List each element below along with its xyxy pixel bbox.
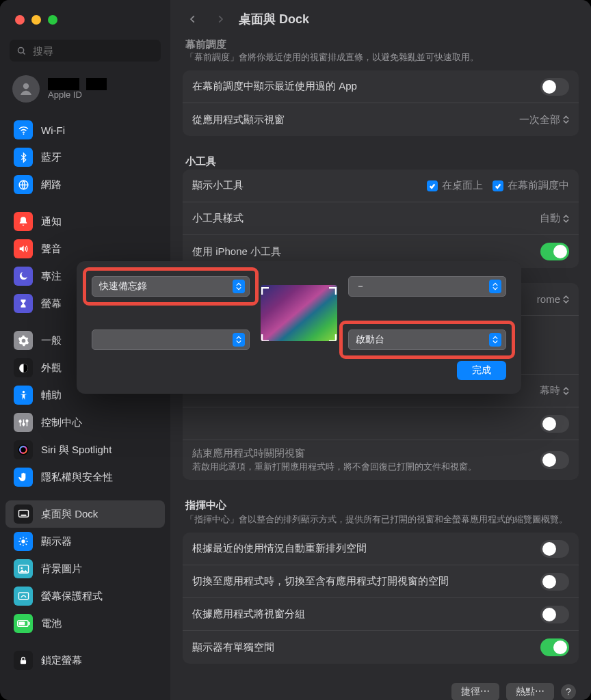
screen-thumbnail: [261, 285, 337, 341]
sidebar-item-wifi[interactable]: Wi-Fi: [5, 116, 165, 144]
svg-point-2: [23, 83, 29, 89]
obscured-select-2[interactable]: 幕時: [540, 384, 569, 397]
svg-line-22: [20, 538, 21, 539]
gear-icon: [14, 331, 33, 350]
back-button[interactable]: [184, 10, 202, 28]
svg-point-12: [26, 420, 28, 422]
sidebar-item-speaker[interactable]: 聲音: [5, 235, 165, 262]
shortcuts-button[interactable]: 捷徑⋯: [451, 683, 499, 700]
stepper-icon: [489, 333, 501, 347]
battery-icon: [14, 614, 33, 633]
hand-icon: [14, 468, 33, 487]
svg-line-1: [23, 52, 25, 54]
mission-sub: 「指揮中心」會以整合的排列顯示方式，提供所有已打開的視窗和全螢幕應用程式的縮覽圖…: [183, 513, 579, 533]
sidebar-item-label: 背景圖片: [41, 563, 82, 576]
svg-rect-32: [21, 660, 26, 664]
search-icon: [16, 46, 27, 56]
highlight-bottom-right: 啟動台: [343, 324, 512, 355]
lock-icon: [14, 651, 33, 670]
access-icon: [14, 386, 33, 405]
hotcorners-sheet: 快速備忘錄: [77, 261, 521, 394]
bell-icon: [14, 212, 33, 231]
corner-select-top-left-label: 快速備忘錄: [99, 280, 147, 293]
corner-select-top-left[interactable]: 快速備忘錄: [92, 276, 250, 297]
widgets-iphone-toggle[interactable]: [540, 243, 569, 260]
sidebar-item-label: 隱私權與安全性: [41, 471, 113, 484]
sidebar-item-lock[interactable]: 鎖定螢幕: [5, 647, 165, 674]
control-icon: [14, 413, 33, 432]
minimize-button[interactable]: [31, 15, 41, 25]
sidebar-item-bluetooth[interactable]: 藍牙: [5, 144, 165, 171]
mission-header: 指揮中心: [183, 495, 579, 513]
stage-show-from-app-select[interactable]: 一次全部: [519, 113, 569, 126]
sidebar-item-label: Siri 與 Spotlight: [41, 444, 111, 457]
stepper-icon: [489, 280, 501, 293]
hourglass-icon: [14, 294, 33, 313]
sidebar-item-label: 外觀: [41, 362, 62, 375]
appearance-icon: [14, 358, 33, 377]
corner-select-top-right[interactable]: －: [348, 276, 506, 297]
corner-select-bottom-left[interactable]: [92, 329, 250, 350]
svg-line-24: [20, 544, 21, 545]
obscured-toggle-1[interactable]: [540, 415, 569, 433]
sidebar-item-hand[interactable]: 隱私權與安全性: [5, 463, 165, 491]
sidebar-item-label: 桌面與 Dock: [41, 508, 98, 521]
widgets-in-stage-checkbox[interactable]: 在幕前調度中: [492, 179, 569, 192]
svg-point-27: [21, 567, 23, 569]
sidebar-item-control[interactable]: 控制中心: [5, 409, 165, 436]
mission-auto-rearrange-toggle[interactable]: [540, 540, 569, 558]
help-button[interactable]: ?: [561, 684, 576, 699]
sidebar-item-siri[interactable]: Siri 與 Spotlight: [5, 436, 165, 463]
search-field[interactable]: [10, 40, 161, 62]
mission-card: 根據最近的使用情況自動重新排列空間 切換至應用程式時，切換至含有應用程式打開視窗…: [183, 533, 579, 664]
sidebar-item-wallpaper[interactable]: 背景圖片: [5, 555, 165, 582]
forward-button[interactable]: [211, 10, 229, 28]
highlight-top-left: 快速備忘錄: [86, 271, 255, 302]
speaker-icon: [14, 239, 33, 258]
mission-switch-space-toggle[interactable]: [540, 573, 569, 591]
sidebar-item-dock[interactable]: 桌面與 Dock: [5, 500, 165, 528]
sidebar-item-network[interactable]: 網路: [5, 171, 165, 198]
sidebar-item-saver[interactable]: 螢幕保護程式: [5, 582, 165, 610]
sidebar-item-label: 顯示器: [41, 535, 72, 548]
hotcorners-button[interactable]: 熱點⋯: [506, 683, 554, 700]
corner-select-bottom-right[interactable]: 啟動台: [348, 329, 506, 350]
svg-rect-31: [28, 622, 29, 625]
wifi-icon: [14, 120, 33, 139]
sidebar-item-label: 一般: [41, 334, 62, 347]
sidebar-item-label: 專注: [41, 270, 62, 283]
widgets-show-label: 顯示小工具: [192, 179, 244, 192]
close-windows-toggle[interactable]: [540, 451, 569, 469]
wallpaper-icon: [14, 559, 33, 578]
sidebar-item-battery[interactable]: 電池: [5, 610, 165, 637]
stage-recent-apps-toggle[interactable]: [540, 78, 569, 96]
sidebar-item-display[interactable]: 顯示器: [5, 528, 165, 555]
done-button[interactable]: 完成: [457, 361, 506, 380]
sidebar-item-label: 控制中心: [41, 416, 82, 429]
search-input[interactable]: [31, 44, 164, 57]
close-windows-label: 結束應用程式時關閉視窗: [192, 447, 477, 460]
sidebar-item-label: 螢幕: [41, 297, 62, 310]
mission-group-by-app-toggle[interactable]: [540, 606, 569, 623]
network-icon: [14, 175, 33, 194]
sidebar-item-label: 通知: [41, 215, 62, 228]
mission-separate-spaces-toggle[interactable]: [540, 638, 569, 656]
widgets-on-desktop-checkbox[interactable]: 在桌面上: [427, 179, 483, 192]
display-icon: [14, 532, 33, 551]
stepper-icon: [233, 280, 245, 293]
svg-point-3: [23, 133, 24, 135]
account-row[interactable]: Apple ID: [0, 68, 170, 113]
sidebar-item-label: 輔助: [41, 389, 62, 402]
sidebar-item-bell[interactable]: 通知: [5, 208, 165, 235]
widgets-style-label: 小工具樣式: [192, 212, 244, 225]
zoom-button[interactable]: [48, 15, 57, 25]
stepper-icon: [233, 333, 245, 347]
widgets-style-select[interactable]: 自動: [540, 212, 569, 225]
svg-point-0: [18, 47, 24, 53]
titlebar: 桌面與 Dock: [170, 0, 591, 38]
mission-switch-space-label: 切換至應用程式時，切換至含有應用程式打開視窗的空間: [192, 575, 449, 588]
close-button[interactable]: [15, 15, 25, 25]
stage-section-sub: 「幕前調度」會將你最近使用的視窗排成直條，以避免雜亂並可快速取用。: [183, 51, 579, 70]
obscured-select-1[interactable]: rome: [537, 293, 569, 305]
mission-separate-spaces-label: 顯示器有單獨空間: [192, 641, 274, 654]
